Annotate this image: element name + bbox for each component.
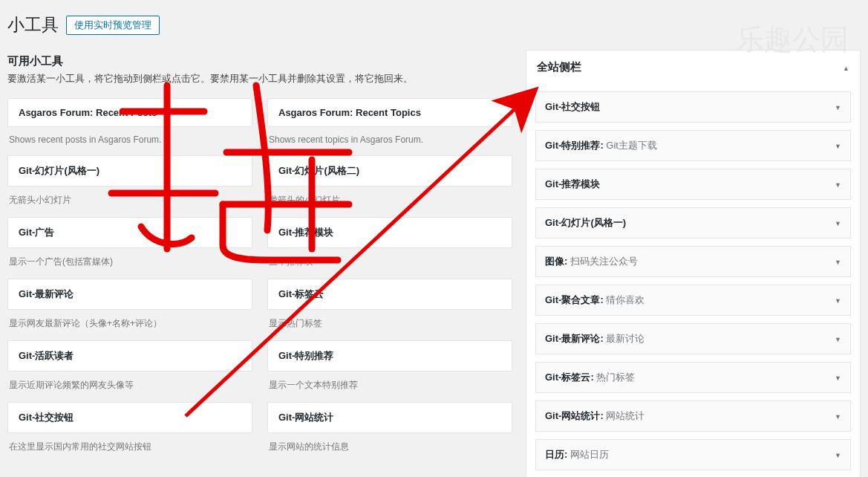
sidebar-widget-item[interactable]: 图像: 扫码关注公众号 [535,246,851,277]
widget-description: 显示网友最新评论（头像+名称+评论） [7,310,252,340]
widget-header[interactable]: Git-幻灯片(风格一) [7,155,252,186]
sidebar-widget-item[interactable]: Git-网站统计: 网站统计 [535,400,851,432]
sidebar-area-column: 全站侧栏 Git-社交按钮Git-特别推荐: Git主题下载Git-推荐模块Gi… [526,50,861,477]
expand-icon [835,296,841,305]
sidebar-widget-label: Git-社交按钮 [545,100,600,114]
expand-icon [835,412,841,421]
widget-header[interactable]: Git-社交按钮 [7,402,252,433]
sidebar-widget-item[interactable]: Git-幻灯片(风格一) [535,207,851,238]
sidebar-widget-subtitle: 网站日历 [570,449,609,460]
widget-description: 显示一个广告(包括富媒体) [7,248,252,279]
widget-description: 带箭头的小幻灯片 [267,186,512,217]
sidebar-widget-label: Git-幻灯片(风格一) [545,216,626,230]
sidebar-widget-label: Git-最新评论: 最新讨论 [545,332,645,345]
widget-description: Shows recent topics in Asgaros Forum. [267,127,512,155]
sidebar-widget-label: Git-聚合文章: 猜你喜欢 [545,293,645,307]
sidebar-widget-label: 图像: 扫码关注公众号 [545,255,638,268]
collapse-icon [843,63,849,72]
page-title-row: 小工具 使用实时预览管理 [0,0,868,39]
sidebar-widget-name: 图像: [545,256,570,267]
widget-description: Shows recent posts in Asgaros Forum. [7,127,252,155]
available-widget: Asgaros Forum: Recent PostsShows recent … [7,98,252,155]
expand-icon [835,180,841,189]
sidebar-widget-subtitle: Git主题下载 [606,140,657,151]
sidebar-widget-item[interactable]: Git-特别推荐: Git主题下载 [535,130,851,161]
available-widget: Git-广告显示一个广告(包括富媒体) [7,217,252,279]
sidebar-widget-item[interactable]: Git-社交按钮 [535,91,851,123]
widget-description: 显示近期评论频繁的网友头像等 [7,371,252,402]
sidebar-widget-label: Git-特别推荐: Git主题下载 [545,139,657,152]
expand-icon [835,103,841,111]
expand-icon [835,334,841,343]
widget-header[interactable]: Git-广告 [7,217,252,248]
widget-header[interactable]: Asgaros Forum: Recent Posts [7,98,252,127]
available-widget: Git-社交按钮在这里显示国内常用的社交网站按钮 [7,402,252,464]
widget-description: 五个推荐块 [267,248,512,279]
sidebar-widget-item[interactable]: Git-聚合文章: 猜你喜欢 [535,285,851,316]
sidebar-widget-name: 日历: [545,449,570,460]
widget-header[interactable]: Asgaros Forum: Recent Topics [267,98,512,127]
widget-description: 显示网站的统计信息 [267,433,512,464]
expand-icon [835,218,841,227]
sidebar-widget-label: Git-网站统计: 网站统计 [545,409,645,423]
widget-header[interactable]: Git-最新评论 [7,279,252,310]
sidebar-widget-name: Git-特别推荐: [545,140,606,151]
sidebar-widget-name: Git-网站统计: [545,410,606,421]
sidebar-area-body: Git-社交按钮Git-特别推荐: Git主题下载Git-推荐模块Git-幻灯片… [526,91,860,477]
widget-header[interactable]: Git-标签云 [267,279,512,310]
widget-description: 显示热门标签 [267,310,512,340]
widget-header[interactable]: Git-推荐模块 [267,217,512,248]
live-preview-button[interactable]: 使用实时预览管理 [66,16,160,35]
widget-description: 显示一个文本特别推荐 [267,371,512,402]
sidebar-widget-name: Git-最新评论: [545,333,606,344]
sidebar-widget-name: Git-社交按钮 [545,101,600,112]
sidebar-widget-item[interactable]: Git-推荐模块 [535,169,851,200]
sidebar-widget-item[interactable]: Git-标签云: 热门标签 [535,362,851,393]
available-widget: Git-最新评论显示网友最新评论（头像+名称+评论） [7,279,252,340]
sidebar-widget-subtitle: 网站统计 [606,410,645,421]
sidebar-area-title: 全站侧栏 [537,60,581,74]
widget-header[interactable]: Git-特别推荐 [267,340,512,371]
sidebar-widget-name: Git-推荐模块 [545,178,600,189]
widget-description: 无箭头小幻灯片 [7,186,252,217]
sidebar-widget-label: 日历: 网站日历 [545,448,609,461]
expand-icon [835,141,841,150]
sidebar-widget-label: Git-推荐模块 [545,178,600,191]
available-widget: Asgaros Forum: Recent TopicsShows recent… [267,98,512,155]
sidebar-widget-subtitle: 最新讨论 [606,333,645,344]
sidebar-widget-item[interactable]: Git-最新评论: 最新讨论 [535,323,851,354]
available-widget: Git-推荐模块五个推荐块 [267,217,512,279]
available-widget: Git-幻灯片(风格一)无箭头小幻灯片 [7,155,252,217]
main-columns: 可用小工具 要激活某一小工具，将它拖动到侧栏或点击它。要禁用某一小工具并删除其设… [0,39,868,477]
sidebar-widget-subtitle: 猜你喜欢 [606,294,645,305]
sidebar-widget-item[interactable]: 日历: 网站日历 [535,439,851,470]
sidebar-widget-name: Git-幻灯片(风格一) [545,217,626,228]
available-widgets-column: 可用小工具 要激活某一小工具，将它拖动到侧栏或点击它。要禁用某一小工具并删除其设… [7,50,512,464]
sidebar-widget-subtitle: 热门标签 [596,371,635,383]
available-widgets-desc: 要激活某一小工具，将它拖动到侧栏或点击它。要禁用某一小工具并删除其设置，将它拖回… [7,71,512,86]
widget-description: 在这里显示国内常用的社交网站按钮 [7,433,252,464]
widget-header[interactable]: Git-网站统计 [267,402,512,433]
expand-icon [835,450,841,459]
expand-icon [835,257,841,266]
sidebar-area-header[interactable]: 全站侧栏 [526,51,860,84]
sidebar-widget-name: Git-聚合文章: [545,294,606,305]
widget-header[interactable]: Git-活跃读者 [7,340,252,371]
available-widget: Git-标签云显示热门标签 [267,279,512,340]
available-widget: Git-网站统计显示网站的统计信息 [267,402,512,464]
expand-icon [835,373,841,382]
available-widgets-grid: Asgaros Forum: Recent PostsShows recent … [7,98,512,464]
sidebar-area-panel: 全站侧栏 Git-社交按钮Git-特别推荐: Git主题下载Git-推荐模块Gi… [526,50,861,477]
sidebar-widget-name: Git-标签云: [545,371,596,383]
widget-header[interactable]: Git-幻灯片(风格二) [267,155,512,186]
page-title: 小工具 [7,13,59,36]
sidebar-widget-subtitle: 扫码关注公众号 [570,256,638,267]
available-widget: Git-活跃读者显示近期评论频繁的网友头像等 [7,340,252,402]
sidebar-widget-label: Git-标签云: 热门标签 [545,371,635,384]
available-widget: Git-幻灯片(风格二)带箭头的小幻灯片 [267,155,512,217]
available-widgets-heading: 可用小工具 [7,54,512,68]
available-widget: Git-特别推荐显示一个文本特别推荐 [267,340,512,402]
